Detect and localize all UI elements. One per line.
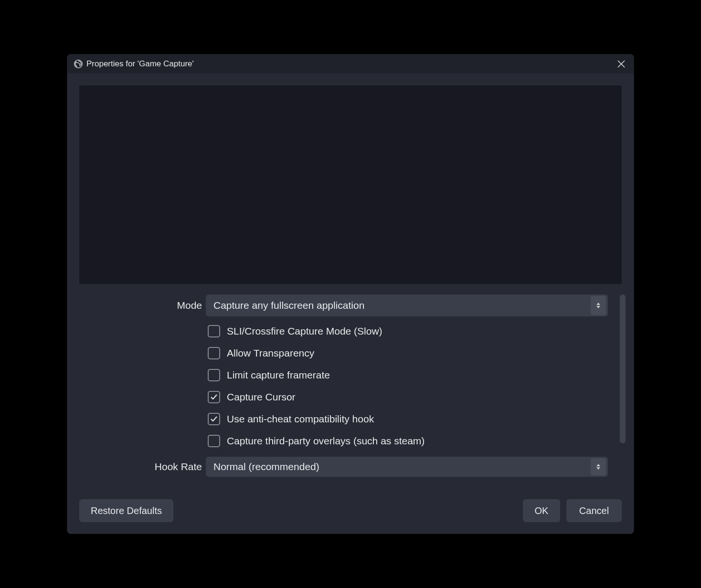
scrollbar[interactable] <box>620 294 626 443</box>
close-icon <box>617 60 626 68</box>
check-icon <box>210 393 218 401</box>
form-content: Mode Capture any fullscreen application <box>79 294 620 498</box>
select-spinner-icon <box>591 296 606 315</box>
hookrate-select[interactable]: Normal (recommended) <box>206 457 608 477</box>
titlebar: Properties for 'Game Capture' <box>67 54 634 74</box>
transparency-label[interactable]: Allow Transparency <box>227 347 314 359</box>
properties-dialog: Properties for 'Game Capture' Mode Captu… <box>67 54 634 534</box>
framerate-checkbox-row: Limit capture framerate <box>79 369 608 381</box>
anticheat-checkbox[interactable] <box>208 413 220 425</box>
restore-defaults-button[interactable]: Restore Defaults <box>79 499 173 522</box>
preview-area <box>79 85 622 284</box>
ok-button[interactable]: OK <box>523 499 560 522</box>
cursor-label[interactable]: Capture Cursor <box>227 391 296 403</box>
hookrate-label: Hook Rate <box>79 461 206 472</box>
form-area: Mode Capture any fullscreen application <box>79 294 622 498</box>
titlebar-left: Properties for 'Game Capture' <box>73 59 194 69</box>
hookrate-value: Normal (recommended) <box>213 461 591 472</box>
anticheat-label[interactable]: Use anti-cheat compatibility hook <box>227 413 374 425</box>
cursor-checkbox-row: Capture Cursor <box>79 391 608 403</box>
sli-checkbox-row: SLI/Crossfire Capture Mode (Slow) <box>79 325 608 337</box>
check-icon <box>210 415 218 423</box>
transparency-checkbox[interactable] <box>208 347 220 359</box>
sli-label[interactable]: SLI/Crossfire Capture Mode (Slow) <box>227 326 382 337</box>
close-button[interactable] <box>615 57 628 71</box>
cursor-checkbox[interactable] <box>208 391 220 403</box>
sli-checkbox[interactable] <box>208 325 220 337</box>
mode-select[interactable]: Capture any fullscreen application <box>206 294 608 316</box>
overlays-label[interactable]: Capture third-party overlays (such as st… <box>227 435 425 447</box>
framerate-checkbox[interactable] <box>208 369 220 381</box>
mode-label: Mode <box>79 300 206 311</box>
select-spinner-icon <box>591 458 606 475</box>
anticheat-checkbox-row: Use anti-cheat compatibility hook <box>79 413 608 425</box>
obs-icon <box>73 59 84 69</box>
framerate-label[interactable]: Limit capture framerate <box>227 369 330 381</box>
mode-row: Mode Capture any fullscreen application <box>79 294 608 316</box>
overlays-checkbox-row: Capture third-party overlays (such as st… <box>79 435 608 447</box>
window-title: Properties for 'Game Capture' <box>86 59 194 69</box>
dialog-body: Mode Capture any fullscreen application <box>67 74 634 498</box>
hookrate-row: Hook Rate Normal (recommended) <box>79 457 608 477</box>
mode-value: Capture any fullscreen application <box>213 300 591 311</box>
cancel-button[interactable]: Cancel <box>566 499 622 522</box>
overlays-checkbox[interactable] <box>208 435 220 447</box>
transparency-checkbox-row: Allow Transparency <box>79 347 608 359</box>
button-bar: Restore Defaults OK Cancel <box>67 498 634 534</box>
